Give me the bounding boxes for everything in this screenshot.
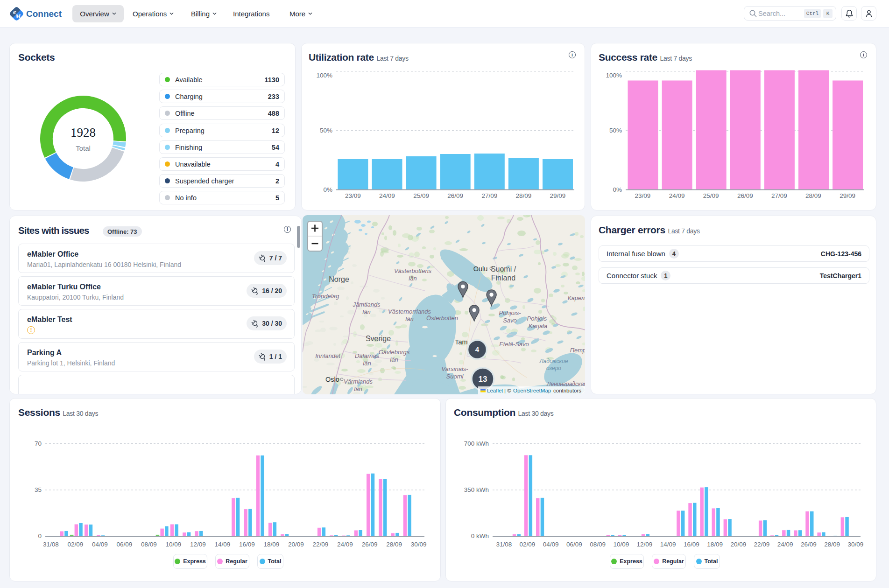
svg-text:4: 4: [475, 345, 480, 353]
svg-text:35: 35: [35, 486, 42, 493]
svg-text:län: län: [362, 308, 370, 315]
svg-text:Ладожское: Ладожское: [539, 358, 568, 364]
svg-text:700 kWh: 700 kWh: [464, 440, 489, 447]
svg-text:Savo: Savo: [503, 317, 517, 324]
svg-text:30/09: 30/09: [411, 541, 427, 548]
svg-text:18/09: 18/09: [264, 541, 280, 548]
svg-text:26/09: 26/09: [447, 192, 463, 199]
svg-text:Trøndelag: Trøndelag: [312, 293, 339, 300]
svg-text:12/09: 12/09: [190, 541, 206, 548]
svg-text:24/09: 24/09: [337, 541, 353, 548]
svg-text:contributors: contributors: [553, 388, 581, 393]
svg-text:50%: 50%: [609, 127, 622, 134]
svg-text:29/09: 29/09: [550, 192, 566, 199]
svg-text:0 kWh: 0 kWh: [471, 532, 489, 539]
svg-text:22/09: 22/09: [313, 541, 329, 548]
svg-text:Sverige: Sverige: [366, 335, 391, 343]
svg-text:län: län: [409, 275, 416, 282]
svg-text:13: 13: [479, 375, 487, 384]
svg-text:24/09: 24/09: [777, 541, 793, 548]
svg-text:Gävleborgs: Gävleborgs: [379, 349, 410, 356]
svg-text:Pohjois-: Pohjois-: [499, 309, 522, 316]
svg-text:озеро: озеро: [546, 365, 561, 371]
svg-text:0%: 0%: [613, 186, 622, 193]
svg-text:Oslo: Oslo: [325, 376, 339, 383]
svg-text:100%: 100%: [316, 72, 332, 79]
svg-text:04/09: 04/09: [543, 541, 559, 548]
svg-text:20/09: 20/09: [288, 541, 304, 548]
svg-text:län: län: [363, 360, 371, 367]
svg-text:län: län: [354, 385, 362, 392]
svg-text:23/09: 23/09: [635, 192, 651, 199]
svg-text:Jämtlands: Jämtlands: [352, 301, 381, 308]
svg-text:08/09: 08/09: [141, 541, 157, 548]
svg-text:16/09: 16/09: [684, 541, 699, 548]
svg-text:Västerbottens: Västerbottens: [394, 267, 432, 274]
svg-text:26/09: 26/09: [362, 541, 378, 548]
svg-text:Leaflet: Leaflet: [487, 388, 503, 393]
svg-text:Pohjois-: Pohjois-: [527, 315, 550, 322]
svg-text:25/09: 25/09: [703, 192, 719, 199]
svg-text:län: län: [390, 356, 398, 363]
svg-text:län: län: [405, 315, 413, 322]
svg-text:Dalarnas: Dalarnas: [355, 352, 380, 359]
svg-text:0%: 0%: [323, 186, 332, 193]
svg-text:26/09: 26/09: [801, 541, 817, 548]
svg-text:Varsinais-: Varsinais-: [441, 365, 468, 372]
svg-text:28/09: 28/09: [386, 541, 402, 548]
svg-text:18/09: 18/09: [707, 541, 723, 548]
svg-text:Värmlands: Värmlands: [344, 378, 373, 385]
svg-text:02/09: 02/09: [520, 541, 536, 548]
svg-text:24/09: 24/09: [669, 192, 685, 199]
svg-text:28/09: 28/09: [516, 192, 532, 199]
svg-text:22/09: 22/09: [754, 541, 770, 548]
svg-text:M: M: [15, 13, 21, 20]
svg-text:0: 0: [38, 532, 42, 539]
svg-text:06/09: 06/09: [117, 541, 133, 548]
svg-text:Ленинградская: Ленинградская: [546, 381, 585, 387]
svg-text:28/09: 28/09: [805, 192, 821, 199]
svg-text:24/09: 24/09: [379, 192, 395, 199]
svg-text:23/09: 23/09: [345, 192, 361, 199]
svg-text:Österbotten: Österbotten: [426, 315, 458, 322]
svg-text:29/09: 29/09: [840, 192, 855, 199]
svg-text:100%: 100%: [606, 72, 622, 79]
svg-text:25/09: 25/09: [413, 192, 429, 199]
svg-text:10/09: 10/09: [166, 541, 182, 548]
svg-text:28/09: 28/09: [824, 541, 840, 548]
svg-text:02/09: 02/09: [67, 541, 83, 548]
svg-text:04/09: 04/09: [92, 541, 108, 548]
svg-text:Петроза: Петроза: [570, 347, 585, 354]
svg-text:Suomi: Suomi: [446, 373, 464, 380]
svg-text:Suomi /: Suomi /: [491, 265, 516, 273]
svg-text:10/09: 10/09: [613, 541, 629, 548]
svg-text:31/08: 31/08: [496, 541, 512, 548]
svg-text:14/09: 14/09: [215, 541, 231, 548]
svg-text:06/09: 06/09: [566, 541, 582, 548]
svg-text:27/09: 27/09: [771, 192, 787, 199]
svg-text:| ©: | ©: [504, 388, 511, 393]
svg-text:Karjala: Karjala: [529, 322, 547, 329]
svg-text:30/09: 30/09: [847, 541, 863, 548]
svg-text:OpenStreetMap: OpenStreetMap: [513, 388, 551, 393]
svg-text:Карелия: Карелия: [568, 294, 585, 301]
svg-text:27/09: 27/09: [481, 192, 497, 199]
svg-text:12/09: 12/09: [637, 541, 653, 548]
svg-text:08/09: 08/09: [590, 541, 606, 548]
svg-text:26/09: 26/09: [737, 192, 753, 199]
svg-text:Finland: Finland: [491, 274, 515, 282]
svg-text:350 kWh: 350 kWh: [464, 486, 489, 493]
svg-text:20/09: 20/09: [730, 541, 746, 548]
svg-text:Tam: Tam: [455, 338, 467, 346]
svg-text:Etelä-Savo: Etelä-Savo: [499, 341, 529, 348]
svg-text:Västernorrlands: Västernorrlands: [388, 308, 431, 315]
svg-text:Norge: Norge: [329, 275, 349, 283]
svg-text:70: 70: [35, 440, 42, 447]
svg-text:31/08: 31/08: [43, 541, 59, 548]
svg-text:Innlandet: Innlandet: [315, 352, 341, 359]
svg-text:50%: 50%: [320, 127, 332, 134]
svg-text:Oulu: Oulu: [473, 265, 488, 273]
svg-text:16/09: 16/09: [239, 541, 255, 548]
svg-text:14/09: 14/09: [660, 541, 676, 548]
